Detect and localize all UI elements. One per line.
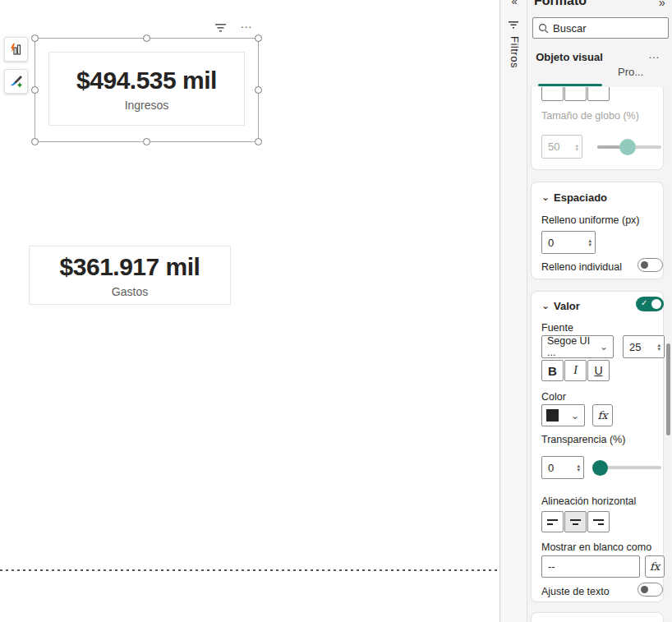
cutoff-button-2[interactable] [564, 87, 587, 101]
align-center-icon [570, 518, 581, 527]
section-card-globo: Tamaño de globo (%) ▴▾ [531, 87, 664, 170]
selection-handle[interactable] [31, 35, 39, 42]
report-canvas: … $494.535 mil Ingresos $361.917 mil Gas… [0, 0, 499, 622]
chevron-down-icon[interactable]: ⌄ [541, 193, 550, 201]
filter-funnel-icon[interactable] [509, 18, 519, 33]
spinner-icon[interactable]: ▴▾ [657, 343, 660, 351]
alineacion-label: Alineación horizontal [541, 495, 636, 507]
card-value: $361.917 mil [60, 253, 200, 280]
search-icon [538, 23, 549, 34]
fuente-label: Fuente [541, 322, 573, 334]
collapse-pane-icon[interactable]: » [659, 0, 665, 9]
selection-handle[interactable] [255, 86, 262, 94]
expand-filters-icon[interactable]: « [500, 0, 528, 7]
color-fx-button[interactable]: fx [592, 404, 613, 426]
italic-button[interactable]: I [564, 360, 587, 381]
cutoff-button-3[interactable] [587, 87, 610, 101]
selection-handle[interactable] [31, 138, 39, 145]
align-left-button[interactable] [541, 511, 564, 532]
selection-handle[interactable] [143, 138, 150, 145]
active-tab-underline [538, 84, 602, 86]
spinner-icon[interactable]: ▴▾ [577, 463, 580, 472]
selection-handle[interactable] [143, 35, 150, 42]
section-card-next [531, 612, 664, 622]
relleno-individual-toggle[interactable] [637, 258, 663, 272]
scrollbar-thumb[interactable] [666, 343, 670, 435]
spinner-icon[interactable]: ▴▾ [588, 238, 591, 246]
check-icon: ✓ [641, 298, 647, 307]
ajuste-de-texto-toggle[interactable] [637, 583, 663, 597]
card-label: Ingresos [125, 99, 169, 112]
powerbi-window: … $494.535 mil Ingresos $361.917 mil Gas… [0, 0, 672, 622]
tabs-overflow-icon[interactable]: … [648, 48, 660, 61]
format-search-box[interactable] [532, 17, 669, 39]
mostrar-en-blanco-label: Mostrar en blanco como [541, 541, 651, 553]
font-size-input[interactable]: ▴▾ [623, 335, 665, 358]
relleno-individual-label: Relleno individual [541, 261, 622, 273]
search-input[interactable] [553, 22, 651, 35]
balloon-size-input: ▴▾ [541, 135, 582, 159]
color-label: Color [541, 391, 566, 403]
transparencia-slider-handle[interactable] [592, 460, 608, 476]
transparencia-label: Transparencia (%) [541, 434, 625, 445]
blank-fx-button[interactable]: fx [645, 555, 665, 578]
balloon-size-slider [597, 145, 661, 149]
filters-pane-title: Filtros [509, 36, 521, 68]
align-right-icon [593, 518, 604, 527]
underline-button[interactable]: U [587, 360, 610, 381]
format-pane-title: Formato [534, 0, 587, 8]
cutoff-button-1[interactable] [541, 87, 564, 101]
ajuste-de-texto-label: Ajuste de texto [541, 586, 610, 597]
relleno-uniforme-input[interactable]: ▴▾ [541, 231, 596, 254]
visual-filter-icon[interactable] [214, 21, 227, 36]
spinner-icon: ▴▾ [575, 143, 578, 151]
align-left-icon [547, 518, 558, 527]
chevron-down-icon[interactable]: ⌄ [541, 302, 550, 310]
mostrar-en-blanco-input[interactable] [541, 555, 640, 578]
build-visual-button[interactable] [4, 37, 28, 62]
card-label: Gastos [112, 285, 148, 298]
bold-button[interactable]: B [541, 360, 564, 381]
chevron-down-icon: ⌄ [600, 343, 608, 351]
format-visual-button[interactable] [4, 69, 28, 94]
selection-handle[interactable] [31, 86, 39, 94]
transparencia-input[interactable]: ▴▾ [541, 456, 584, 479]
balloon-size-label: Tamaño de globo (%) [541, 110, 639, 122]
valor-toggle[interactable]: ✓ [636, 297, 664, 311]
paintbrush-plus-icon [9, 74, 24, 89]
filters-pane-collapsed[interactable]: « Filtros [499, 0, 527, 622]
card-visual-ingresos[interactable]: $494.535 mil Ingresos [48, 52, 245, 126]
color-swatch [546, 409, 559, 422]
section-valor-header[interactable]: Valor [554, 300, 580, 312]
chevron-down-icon: ⌄ [571, 412, 579, 420]
format-settings-scroll[interactable]: Tamaño de globo (%) ▴▾ ⌄ Espaciado Relle… [527, 87, 667, 622]
section-card-espaciado: ⌄ Espaciado Relleno uniforme (px) ▴▾ Rel… [531, 182, 664, 279]
selection-handle[interactable] [255, 138, 262, 145]
balloon-slider-handle [619, 139, 636, 155]
relleno-uniforme-label: Relleno uniforme (px) [541, 214, 640, 226]
selection-handle[interactable] [255, 35, 262, 42]
transparencia-slider[interactable] [592, 466, 661, 469]
section-espaciado-header[interactable]: Espaciado [554, 191, 607, 204]
align-right-button[interactable] [587, 511, 610, 532]
card-visual-gastos[interactable]: $361.917 mil Gastos [29, 246, 231, 305]
page-boundary-line [0, 569, 499, 571]
visual-more-options-icon[interactable]: … [240, 16, 253, 30]
tab-propiedades[interactable]: Pro... [618, 66, 643, 78]
section-card-valor: ⌄ Valor ✓ Fuente Segoe UI ... ⌄ ▴▾ B I U… [531, 291, 664, 602]
color-dropdown[interactable]: ⌄ [541, 404, 585, 426]
align-center-button[interactable] [564, 511, 587, 532]
card-value: $494.535 mil [76, 67, 217, 94]
chart-lightning-icon [9, 42, 24, 57]
tab-objeto-visual[interactable]: Objeto visual [535, 50, 604, 64]
font-family-dropdown[interactable]: Segoe UI ... ⌄ [541, 335, 614, 358]
